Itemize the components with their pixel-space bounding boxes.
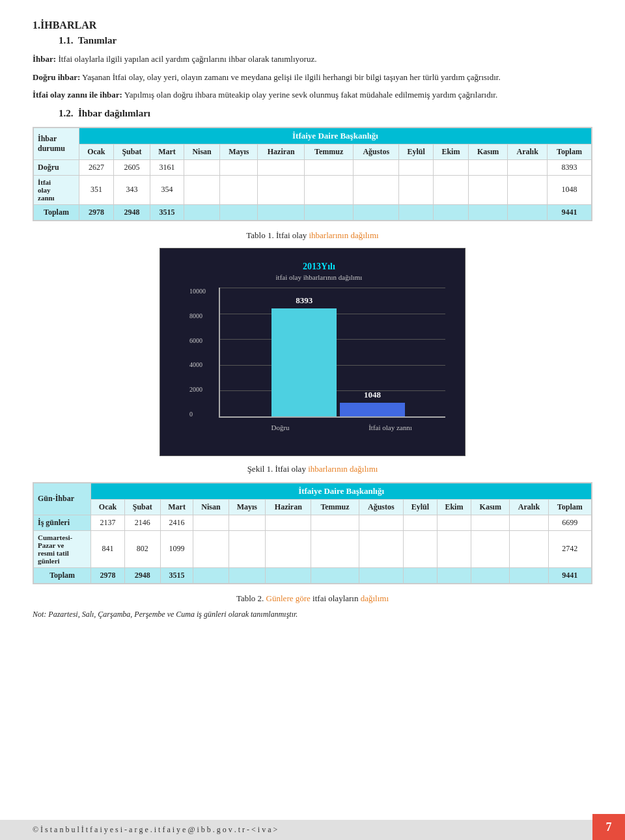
footer-text: © İ s t a n b u l İ t f a i y e s i - a …: [33, 825, 277, 835]
table2-main-header: İtfaiye Daire Başkanlığı: [91, 483, 592, 499]
chart-container: 2013Yılı itfai olay ihbarlarının dağılım…: [160, 248, 465, 456]
col-toplam: Toplam: [547, 144, 591, 159]
col-mart: Mart: [150, 144, 184, 159]
subsection-1-2: 1.2. İhbar dağılımları: [59, 108, 592, 119]
col-ekim: Ekim: [434, 144, 469, 159]
chart-title: 2013Yılı: [193, 262, 445, 272]
col-subat: Şubat: [113, 144, 150, 159]
table2-gun-ihbar-header: Gün-İhbar: [34, 483, 91, 515]
row-itfai-label: İtfaiolayzannı: [34, 175, 79, 204]
dogru-ihbar-definition: Doğru ihbar: Yaşanan İtfai olay, olay ye…: [33, 71, 592, 84]
bar-itfai: 1048: [333, 390, 411, 416]
table-row: Cumartesi-Pazar veresmi tatilgünleri 841…: [34, 530, 592, 567]
chart-wrapper: 2013Yılı itfai olay ihbarlarının dağılım…: [160, 248, 465, 456]
t2-col-agustos: Ağustos: [359, 499, 404, 515]
chart-axes: 8393 1048: [219, 288, 445, 418]
table2-container: Gün-İhbar İtfaiye Daire Başkanlığı Ocak …: [33, 482, 592, 584]
col-kasim: Kasım: [468, 144, 508, 159]
table1-ihbar-durumu-header: İhbar durumu: [34, 128, 79, 159]
t2-col-aralik: Aralık: [510, 499, 548, 515]
x-axis: Doğru İtfai olay zannı: [219, 418, 445, 437]
note-text: Not: Pazartesi, Salı, Çarşamba, Perşembe…: [33, 608, 592, 620]
subsection-1-1: 1.1. Tanımlar: [59, 35, 592, 46]
t2-col-nisan: Nisan: [193, 499, 229, 515]
row-dogru-label: Doğru: [34, 159, 79, 175]
table-row-toplam: Toplam 2978 2948 3515 9441: [34, 567, 592, 583]
bar-dogru: 8393: [265, 295, 343, 416]
ihbar-definition: İhbar: İtfai olaylarla ilgili yapılan ac…: [33, 53, 592, 66]
table1-caption: Tablo 1. İtfai olay ihbarlarının dağılım…: [33, 229, 592, 242]
row-toplam2-label: Toplam: [34, 567, 91, 583]
t2-col-eylul: Eylül: [404, 499, 438, 515]
table1-main-header: İtfaiye Daire Başkanlığı: [79, 128, 592, 144]
t2-col-mart: Mart: [160, 499, 193, 515]
y-axis: 10000 8000 6000 4000 2000 0: [189, 288, 206, 418]
t2-col-haziran: Haziran: [266, 499, 311, 515]
col-aralik: Aralık: [508, 144, 548, 159]
t2-col-ekim: Ekim: [437, 499, 471, 515]
page-content: 1.İHBARLAR 1.1. Tanımlar İhbar: İtfai ol…: [0, 0, 625, 664]
col-temmuz: Temmuz: [305, 144, 354, 159]
table-row: İtfaiolayzannı 351 343 354 1048: [34, 175, 592, 204]
chart-subtitle: itfai olay ihbarlarının dağılımı: [193, 273, 445, 281]
sekil1-caption: Şekil 1. İtfai olay ihbarlarının dağılım…: [33, 463, 592, 476]
col-agustos: Ağustos: [354, 144, 399, 159]
bar-dogru-rect: [271, 308, 337, 416]
itfai-olay-definition: İtfai olay zannı ile ihbar: Yapılmış ola…: [33, 88, 592, 102]
table2: Gün-İhbar İtfaiye Daire Başkanlığı Ocak …: [33, 483, 592, 584]
col-mayis: Mayıs: [220, 144, 258, 159]
row-cumartesi-label: Cumartesi-Pazar veresmi tatilgünleri: [34, 530, 91, 567]
t2-col-toplam: Toplam: [548, 499, 591, 515]
page-number: 7: [592, 814, 625, 840]
col-ocak: Ocak: [79, 144, 114, 159]
bar-itfai-rect: [340, 403, 405, 416]
t2-col-kasim: Kasım: [471, 499, 510, 515]
table-row: İş günleri 2137 2146 2416 6699: [34, 515, 592, 530]
t2-col-temmuz: Temmuz: [311, 499, 359, 515]
row-is-gunleri-label: İş günleri: [34, 515, 91, 530]
col-eylul: Eylül: [399, 144, 434, 159]
t2-col-subat: Şubat: [124, 499, 160, 515]
footer: © İ s t a n b u l İ t f a i y e s i - a …: [0, 820, 625, 840]
table1-container: İhbar durumu İtfaiye Daire Başkanlığı Oc…: [33, 127, 592, 221]
col-haziran: Haziran: [258, 144, 305, 159]
t2-col-ocak: Ocak: [91, 499, 125, 515]
table1: İhbar durumu İtfaiye Daire Başkanlığı Oc…: [33, 128, 592, 221]
t2-col-mayis: Mayıs: [229, 499, 266, 515]
section-title: 1.İHBARLAR: [33, 20, 592, 31]
row-toplam-label: Toplam: [34, 204, 79, 220]
chart-area: 10000 8000 6000 4000 2000 0: [219, 288, 445, 437]
table2-caption: Tablo 2. Günlere göre itfai olayların da…: [33, 592, 592, 605]
table-row: Doğru 2627 2605 3161 8393: [34, 159, 592, 175]
table-row-toplam: Toplam 2978 2948 3515 9441: [34, 204, 592, 220]
col-nisan: Nisan: [184, 144, 219, 159]
